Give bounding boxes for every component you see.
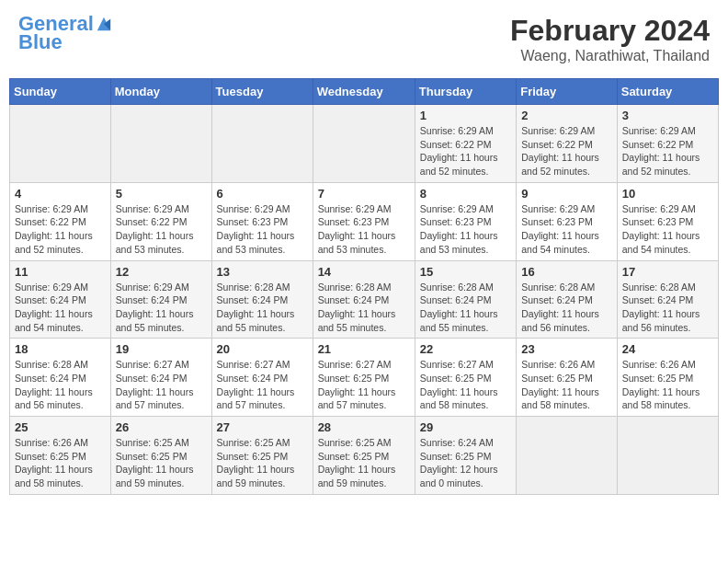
- month-title: February 2024: [510, 14, 710, 48]
- day-info: Sunrise: 6:28 AMSunset: 6:24 PMDaylight:…: [521, 281, 612, 335]
- day-of-week-header: Tuesday: [211, 79, 313, 105]
- day-info: Sunrise: 6:29 AMSunset: 6:22 PMDaylight:…: [15, 202, 106, 257]
- day-number: 24: [622, 342, 713, 356]
- day-number: 12: [116, 265, 207, 279]
- calendar-day-cell: 23Sunrise: 6:26 AMSunset: 6:25 PMDayligh…: [517, 339, 618, 417]
- calendar-day-cell: 21Sunrise: 6:27 AMSunset: 6:25 PMDayligh…: [313, 339, 415, 417]
- day-number: 5: [116, 187, 207, 201]
- calendar-day-cell: 18Sunrise: 6:28 AMSunset: 6:24 PMDayligh…: [10, 339, 111, 417]
- day-number: 23: [521, 342, 612, 356]
- day-of-week-header: Wednesday: [313, 79, 415, 105]
- calendar-day-cell: 11Sunrise: 6:29 AMSunset: 6:24 PMDayligh…: [10, 260, 111, 339]
- logo-icon: [96, 16, 112, 32]
- calendar-day-cell: 4Sunrise: 6:29 AMSunset: 6:22 PMDaylight…: [10, 182, 111, 260]
- calendar-day-cell: 7Sunrise: 6:29 AMSunset: 6:23 PMDaylight…: [313, 182, 415, 260]
- day-number: 7: [318, 187, 410, 201]
- day-of-week-header: Saturday: [617, 79, 718, 105]
- day-info: Sunrise: 6:26 AMSunset: 6:25 PMDaylight:…: [15, 436, 106, 490]
- logo: General Blue: [18, 14, 112, 54]
- day-info: Sunrise: 6:27 AMSunset: 6:25 PMDaylight:…: [318, 358, 410, 412]
- day-info: Sunrise: 6:29 AMSunset: 6:23 PMDaylight:…: [521, 202, 612, 257]
- day-number: 22: [420, 342, 511, 356]
- day-number: 20: [217, 342, 308, 356]
- day-info: Sunrise: 6:24 AMSunset: 6:25 PMDaylight:…: [420, 436, 511, 490]
- calendar-day-cell: [617, 417, 718, 495]
- day-of-week-header: Thursday: [415, 79, 516, 105]
- calendar-day-cell: 8Sunrise: 6:29 AMSunset: 6:23 PMDaylight…: [415, 182, 516, 260]
- day-number: 29: [420, 420, 511, 434]
- calendar-day-cell: 26Sunrise: 6:25 AMSunset: 6:25 PMDayligh…: [110, 417, 211, 495]
- day-info: Sunrise: 6:28 AMSunset: 6:24 PMDaylight:…: [622, 281, 713, 335]
- calendar-day-cell: 25Sunrise: 6:26 AMSunset: 6:25 PMDayligh…: [10, 417, 111, 495]
- calendar-day-cell: 1Sunrise: 6:29 AMSunset: 6:22 PMDaylight…: [415, 105, 516, 183]
- day-info: Sunrise: 6:27 AMSunset: 6:24 PMDaylight:…: [217, 358, 308, 412]
- day-number: 27: [217, 420, 308, 434]
- calendar-header-row: SundayMondayTuesdayWednesdayThursdayFrid…: [10, 79, 719, 105]
- calendar-day-cell: 13Sunrise: 6:28 AMSunset: 6:24 PMDayligh…: [211, 260, 313, 339]
- day-number: 8: [420, 187, 511, 201]
- day-info: Sunrise: 6:25 AMSunset: 6:25 PMDaylight:…: [116, 436, 207, 490]
- calendar-day-cell: 19Sunrise: 6:27 AMSunset: 6:24 PMDayligh…: [110, 339, 211, 417]
- calendar-day-cell: 17Sunrise: 6:28 AMSunset: 6:24 PMDayligh…: [617, 260, 718, 339]
- calendar-day-cell: 2Sunrise: 6:29 AMSunset: 6:22 PMDaylight…: [517, 105, 618, 183]
- day-number: 10: [622, 187, 713, 201]
- calendar-week-row: 11Sunrise: 6:29 AMSunset: 6:24 PMDayligh…: [10, 260, 719, 339]
- day-info: Sunrise: 6:29 AMSunset: 6:24 PMDaylight:…: [116, 281, 207, 335]
- day-number: 28: [318, 420, 410, 434]
- day-number: 17: [622, 265, 713, 279]
- day-info: Sunrise: 6:29 AMSunset: 6:22 PMDaylight:…: [116, 202, 207, 257]
- calendar-week-row: 1Sunrise: 6:29 AMSunset: 6:22 PMDaylight…: [10, 105, 719, 183]
- day-number: 21: [318, 342, 410, 356]
- day-number: 15: [420, 265, 511, 279]
- calendar-day-cell: 28Sunrise: 6:25 AMSunset: 6:25 PMDayligh…: [313, 417, 415, 495]
- calendar-day-cell: [211, 105, 313, 183]
- calendar-day-cell: [313, 105, 415, 183]
- day-info: Sunrise: 6:29 AMSunset: 6:23 PMDaylight:…: [420, 202, 511, 257]
- day-number: 1: [420, 109, 511, 122]
- calendar-day-cell: 16Sunrise: 6:28 AMSunset: 6:24 PMDayligh…: [517, 260, 618, 339]
- calendar-day-cell: [10, 105, 111, 183]
- day-info: Sunrise: 6:26 AMSunset: 6:25 PMDaylight:…: [622, 358, 713, 412]
- day-of-week-header: Monday: [110, 79, 211, 105]
- calendar-day-cell: 9Sunrise: 6:29 AMSunset: 6:23 PMDaylight…: [517, 182, 618, 260]
- calendar-day-cell: 3Sunrise: 6:29 AMSunset: 6:22 PMDaylight…: [617, 105, 718, 183]
- day-number: 25: [15, 420, 106, 434]
- day-of-week-header: Friday: [517, 79, 618, 105]
- calendar-day-cell: 10Sunrise: 6:29 AMSunset: 6:23 PMDayligh…: [617, 182, 718, 260]
- day-info: Sunrise: 6:28 AMSunset: 6:24 PMDaylight:…: [420, 281, 511, 335]
- calendar-week-row: 18Sunrise: 6:28 AMSunset: 6:24 PMDayligh…: [10, 339, 719, 417]
- page-header: General Blue February 2024 Waeng, Narath…: [9, 9, 719, 69]
- day-info: Sunrise: 6:27 AMSunset: 6:24 PMDaylight:…: [116, 358, 207, 412]
- day-info: Sunrise: 6:29 AMSunset: 6:22 PMDaylight:…: [420, 124, 511, 178]
- day-number: 26: [116, 420, 207, 434]
- calendar-day-cell: 29Sunrise: 6:24 AMSunset: 6:25 PMDayligh…: [415, 417, 516, 495]
- day-number: 9: [521, 187, 612, 201]
- day-info: Sunrise: 6:29 AMSunset: 6:23 PMDaylight:…: [217, 202, 308, 257]
- day-info: Sunrise: 6:29 AMSunset: 6:24 PMDaylight:…: [15, 281, 106, 335]
- day-info: Sunrise: 6:29 AMSunset: 6:23 PMDaylight:…: [318, 202, 410, 257]
- day-number: 11: [15, 265, 106, 279]
- location-title: Waeng, Narathiwat, Thailand: [510, 48, 710, 64]
- day-number: 6: [217, 187, 308, 201]
- calendar-day-cell: [517, 417, 618, 495]
- calendar-table: SundayMondayTuesdayWednesdayThursdayFrid…: [9, 78, 719, 495]
- day-info: Sunrise: 6:28 AMSunset: 6:24 PMDaylight:…: [15, 358, 106, 412]
- calendar-day-cell: 12Sunrise: 6:29 AMSunset: 6:24 PMDayligh…: [110, 260, 211, 339]
- day-number: 4: [15, 187, 106, 201]
- day-number: 19: [116, 342, 207, 356]
- calendar-day-cell: 22Sunrise: 6:27 AMSunset: 6:25 PMDayligh…: [415, 339, 516, 417]
- day-info: Sunrise: 6:28 AMSunset: 6:24 PMDaylight:…: [217, 281, 308, 335]
- day-number: 13: [217, 265, 308, 279]
- day-info: Sunrise: 6:28 AMSunset: 6:24 PMDaylight:…: [318, 281, 410, 335]
- calendar-day-cell: 20Sunrise: 6:27 AMSunset: 6:24 PMDayligh…: [211, 339, 313, 417]
- calendar-day-cell: [110, 105, 211, 183]
- day-info: Sunrise: 6:26 AMSunset: 6:25 PMDaylight:…: [521, 358, 612, 412]
- day-number: 2: [521, 109, 612, 122]
- day-info: Sunrise: 6:29 AMSunset: 6:22 PMDaylight:…: [622, 124, 713, 178]
- calendar-week-row: 25Sunrise: 6:26 AMSunset: 6:25 PMDayligh…: [10, 417, 719, 495]
- calendar-day-cell: 15Sunrise: 6:28 AMSunset: 6:24 PMDayligh…: [415, 260, 516, 339]
- day-number: 18: [15, 342, 106, 356]
- day-number: 14: [318, 265, 410, 279]
- day-info: Sunrise: 6:29 AMSunset: 6:22 PMDaylight:…: [521, 124, 612, 178]
- day-number: 3: [622, 109, 713, 122]
